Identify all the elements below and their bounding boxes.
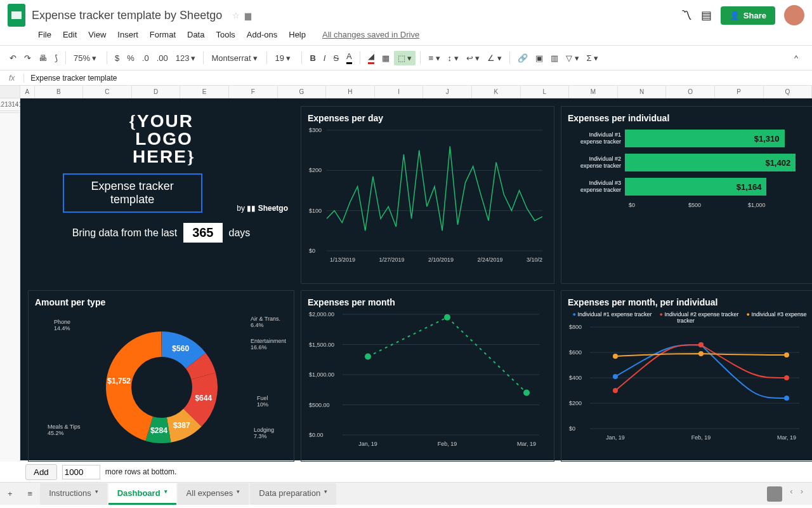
add-rows-count-input[interactable] [62, 465, 100, 479]
halign-button[interactable]: ≡ ▾ [425, 51, 443, 65]
fill-color-button[interactable]: ◢ [365, 50, 377, 66]
decrease-decimal-button[interactable]: .0 [139, 51, 152, 65]
bold-button[interactable]: B [306, 51, 318, 65]
save-status: All changes saved in Drive [317, 28, 424, 41]
text-color-button[interactable]: A [343, 50, 355, 66]
row-header[interactable]: 14 [11, 96, 18, 113]
undo-button[interactable]: ↶ [6, 51, 20, 65]
chart-expenses-per-month-individual[interactable]: Expenses per month, per individual ● Ind… [561, 290, 812, 462]
menu-format[interactable]: Format [145, 28, 181, 41]
chart-button[interactable]: ▥ [547, 51, 561, 65]
print-button[interactable]: 🖶 [36, 51, 50, 65]
comment-button[interactable]: ▣ [532, 51, 546, 65]
filter-button[interactable]: ▽ ▾ [563, 51, 582, 65]
functions-button[interactable]: Σ ▾ [584, 51, 602, 65]
svg-point-58 [784, 396, 789, 401]
menu-help[interactable]: Help [284, 28, 311, 41]
account-avatar[interactable] [784, 5, 804, 25]
valign-button[interactable]: ↕ ▾ [445, 51, 462, 65]
scroll-left-icon[interactable]: ‹ [790, 486, 792, 502]
rotate-button[interactable]: ∠ ▾ [484, 51, 505, 65]
all-sheets-button[interactable]: ≡ [20, 489, 41, 498]
col-header[interactable]: L [521, 86, 570, 98]
col-header[interactable]: N [618, 86, 667, 98]
explore-button[interactable] [767, 486, 782, 502]
svg-text:$387: $387 [173, 421, 190, 430]
col-header[interactable]: K [472, 86, 521, 98]
borders-button[interactable]: ▦ [379, 51, 393, 65]
svg-text:$0.00: $0.00 [309, 432, 324, 438]
add-sheet-button[interactable]: + [0, 489, 20, 498]
menu-addons[interactable]: Add-ons [242, 28, 282, 41]
star-icon[interactable]: ☆ [232, 11, 240, 20]
menu-insert[interactable]: Insert [112, 28, 143, 41]
col-header[interactable]: D [132, 86, 181, 98]
menu-file[interactable]: File [33, 28, 56, 41]
paint-format-button[interactable]: ⟆ [51, 51, 61, 65]
scroll-right-icon[interactable]: › [801, 486, 803, 502]
sheets-app-icon[interactable] [8, 4, 25, 27]
col-header[interactable]: M [569, 86, 618, 98]
col-header[interactable]: P [715, 86, 764, 98]
svg-text:2/10/2019: 2/10/2019 [428, 257, 454, 263]
formula-input[interactable]: Expense tracker template [24, 74, 812, 83]
svg-text:6.4%: 6.4% [251, 322, 264, 328]
document-title[interactable]: Expense tracker template by Sheetgo [32, 9, 222, 22]
menu-view[interactable]: View [83, 28, 111, 41]
col-header[interactable]: H [326, 86, 375, 98]
chart-expenses-per-month[interactable]: Expenses per month $2,000.00$1,500.00$1,… [301, 290, 554, 462]
italic-button[interactable]: I [320, 51, 329, 65]
svg-text:$0: $0 [569, 425, 575, 432]
wrap-button[interactable]: ↩ ▾ [463, 51, 483, 65]
format-currency-button[interactable]: $ [112, 51, 122, 65]
add-rows-button[interactable]: Add [25, 464, 57, 480]
col-header[interactable]: O [666, 86, 715, 98]
col-header[interactable]: Q [764, 86, 813, 98]
format-percent-button[interactable]: % [124, 51, 138, 65]
chart-title: Expenses per individual [568, 113, 808, 123]
chart-expenses-per-individual[interactable]: Expenses per individual Individual #1 ex… [561, 106, 812, 284]
svg-point-41 [444, 314, 450, 321]
chart-icon[interactable]: 〽 [681, 9, 692, 22]
svg-point-59 [613, 388, 618, 393]
col-header[interactable]: A [20, 86, 35, 98]
svg-text:$644: $644 [195, 394, 212, 403]
increase-decimal-button[interactable]: .00 [154, 51, 171, 65]
fx-label[interactable]: fx [0, 74, 24, 83]
template-title-cell[interactable]: Expense tracker template [63, 173, 202, 213]
svg-point-64 [784, 352, 789, 358]
col-header[interactable]: C [83, 86, 132, 98]
chart-title: Expenses per month, per individual [568, 297, 808, 307]
merge-cells-button[interactable]: ⬚ ▾ [394, 51, 416, 65]
number-format-select[interactable]: 123 ▾ [173, 51, 199, 65]
font-select[interactable]: Montserrat ▾ [208, 51, 262, 65]
sheet-tab[interactable]: Data preparation ▾ [250, 483, 336, 505]
col-header[interactable]: F [229, 86, 278, 98]
row-header[interactable]: 13 [4, 96, 11, 113]
menu-tools[interactable]: Tools [211, 28, 240, 41]
share-button[interactable]: 👤 Share [721, 6, 775, 25]
sheet-tab[interactable]: Instructions ▾ [40, 483, 107, 505]
bring-data-label: Bring data from the last [72, 227, 177, 239]
font-size-select[interactable]: 19 ▾ [272, 51, 297, 65]
col-header[interactable]: G [278, 86, 327, 98]
col-header[interactable]: J [423, 86, 472, 98]
row-header[interactable]: 12 [0, 96, 4, 113]
zoom-select[interactable]: 75% ▾ [70, 51, 102, 65]
move-folder-icon[interactable]: ▆ [245, 11, 251, 20]
sheet-tab[interactable]: Dashboard ▾ [108, 483, 176, 505]
chart-amount-per-type[interactable]: Amount per type $560$644$387$284$1,752Ph… [28, 290, 294, 462]
col-header[interactable]: I [375, 86, 424, 98]
menu-edit[interactable]: Edit [58, 28, 82, 41]
chart-expenses-per-day[interactable]: Expenses per day $300$200$100$01/13/2019… [301, 106, 554, 284]
menu-data[interactable]: Data [182, 28, 209, 41]
col-header[interactable]: E [180, 86, 229, 98]
strike-button[interactable]: S [330, 51, 342, 65]
collapse-toolbar-button[interactable]: ^ [787, 51, 806, 65]
comments-icon[interactable]: ▤ [701, 8, 712, 22]
link-button[interactable]: 🔗 [514, 51, 531, 65]
sheet-tab[interactable]: All expenses ▾ [178, 483, 249, 505]
col-header[interactable]: B [35, 86, 84, 98]
days-input[interactable]: 365 [183, 223, 222, 243]
redo-button[interactable]: ↷ [21, 51, 34, 65]
